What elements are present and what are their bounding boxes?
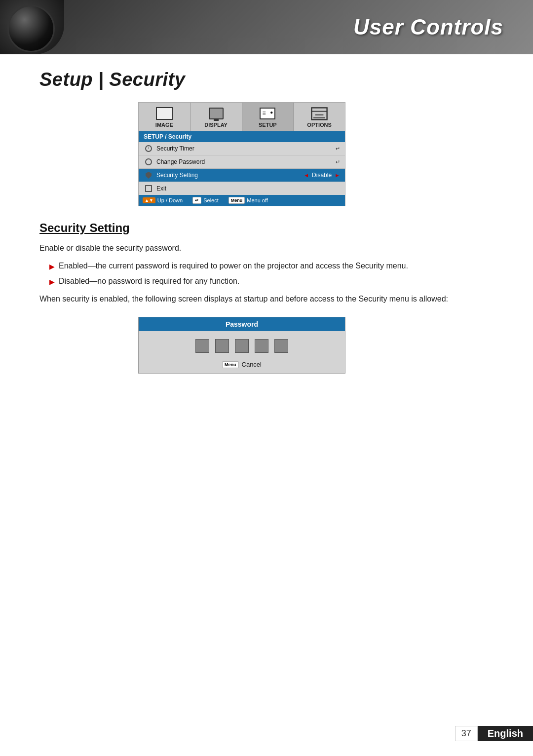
bullet-list: ▶ Enabled—the current password is requir… [49,260,503,288]
options-tab-icon [310,107,328,120]
exit-icon [145,185,152,192]
list-item: ▶ Enabled—the current password is requir… [49,260,503,272]
shield-icon [146,172,152,179]
updown-key: ▲▼ [143,197,155,203]
password-dialog-header: Password [139,317,345,331]
page-subtitle: Setup | Security [39,69,503,90]
bullet-arrow-1: ▶ [49,261,55,272]
change-password-icon [144,158,153,166]
list-item: ▶ Disabled—no password is required for a… [49,275,503,288]
setup-icon [260,108,275,119]
tab-options[interactable]: OPTIONS [294,103,345,131]
updown-label: Up / Down [157,197,183,203]
exit-menu-icon [144,185,153,192]
menu-item-security-setting[interactable]: Security Setting ◄ Disable ► [139,169,345,182]
security-setting-right-arrow: ► [335,172,340,178]
select-key: ↵ [192,197,201,204]
page-number: 37 [455,726,478,741]
menu-item-security-timer[interactable]: Security Timer ↵ [139,142,345,155]
footer-menuoff: Menu Menu off [228,197,268,204]
security-timer-label: Security Timer [156,145,334,152]
menu-items-list: Security Timer ↵ Change Password ↵ Secur… [139,142,345,195]
tab-image-label: IMAGE [155,122,173,128]
section-heading: Security Setting [39,221,503,235]
page-content: Setup | Security IMAGE DISPLAY SETUP [0,54,533,393]
menu-item-change-password[interactable]: Change Password ↵ [139,155,345,169]
security-setting-label: Security Setting [156,172,304,179]
tab-setup-label: SETUP [259,122,277,128]
menu-panel: IMAGE DISPLAY SETUP [138,102,345,206]
password-box-4 [255,339,268,353]
change-password-arrow: ↵ [336,159,340,165]
security-setting-icon [144,171,153,179]
password-cancel-label: Cancel [242,361,262,368]
tab-display-label: DISPLAY [204,122,228,128]
exit-label: Exit [156,185,340,192]
bullet-text-1: Enabled—the current password is required… [59,260,408,272]
bullet-arrow-2: ▶ [49,276,55,287]
image-icon [156,107,173,120]
security-setting-left-arrow: ◄ [304,172,309,178]
password-box-3 [235,339,249,353]
menu-tabs: IMAGE DISPLAY SETUP [139,103,345,131]
tab-setup[interactable]: SETUP [242,103,294,131]
footer-updown: ▲▼ Up / Down [143,197,183,203]
change-password-label: Change Password [156,158,334,165]
password-box-2 [215,339,229,353]
page-title: User Controls [353,15,503,39]
bullet-text-2: Disabled—no password is required for any… [59,275,239,288]
tab-options-label: OPTIONS [307,122,332,128]
password-box-1 [195,339,209,353]
page-language: English [478,726,533,741]
menu-section-header: SETUP / Security [139,131,345,142]
clock-icon [145,145,152,152]
header: User Controls [0,0,533,54]
security-timer-icon [144,145,153,152]
password-menu-key: Menu [222,361,239,368]
password-dialog: Password Menu Cancel [138,317,345,374]
security-setting-value: Disable [312,172,332,179]
security-timer-arrow: ↵ [336,146,340,152]
tab-display[interactable]: DISPLAY [190,103,242,131]
setup-tab-icon [259,107,276,120]
password-dialog-footer: Menu Cancel [139,358,345,373]
select-label: Select [203,197,219,203]
lens-decoration [0,0,64,54]
menu-footer: ▲▼ Up / Down ↵ Select Menu Menu off [139,195,345,206]
password-box-5 [274,339,288,353]
display-icon [209,108,224,119]
options-icon [310,107,328,121]
section-note: When security is enabled, the following … [39,293,503,305]
tab-image[interactable]: IMAGE [139,103,190,131]
menuoff-label: Menu off [247,197,268,203]
page-footer: 37 English [455,726,533,741]
footer-select: ↵ Select [192,197,219,204]
key-icon [145,158,152,165]
menu-key: Menu [228,197,245,204]
password-dialog-body [139,331,345,358]
display-tab-icon [207,107,225,120]
section-description: Enable or disable the security password. [39,242,503,255]
menu-item-exit[interactable]: Exit [139,182,345,195]
image-tab-icon [155,107,173,120]
